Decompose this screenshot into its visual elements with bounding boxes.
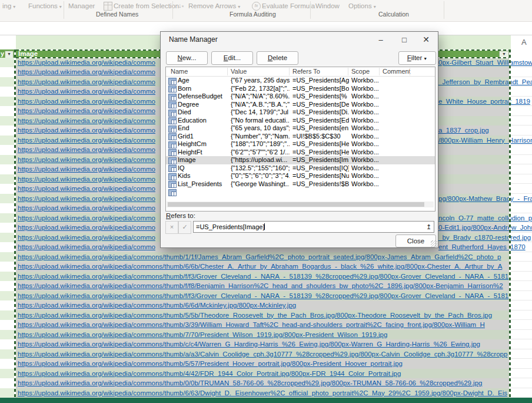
prev-column-cell[interactable]: [0, 320, 14, 330]
resize-grip[interactable]: [431, 240, 437, 247]
column-header-scope[interactable]: Scope: [351, 67, 370, 76]
prev-column-cell[interactable]: [0, 77, 14, 87]
prev-column-cell[interactable]: [0, 300, 14, 310]
prev-column-cell[interactable]: [0, 194, 14, 204]
column-separator[interactable]: [379, 68, 380, 75]
table-row[interactable]: https://upload.wikimedia.org/wikipedia/c…: [0, 320, 532, 330]
ribbon-item-calculation-options[interactable]: Options▾: [348, 2, 376, 10]
prev-column-cell[interactable]: [0, 252, 14, 262]
table-row[interactable]: https://upload.wikimedia.org/wikipedia/c…: [0, 369, 532, 379]
column-header-value[interactable]: Value: [231, 67, 247, 76]
table-row[interactable]: https://upload.wikimedia.org/wikipedia/c…: [0, 378, 532, 388]
column-separator[interactable]: [227, 68, 228, 75]
prev-column-cell[interactable]: [0, 125, 14, 136]
name-manager-row[interactable]: IQ{"132.5";"155";"160";...=US_Presidents…: [166, 164, 435, 173]
ribbon-item-evaluate-formula[interactable]: Evaluate Formula: [262, 2, 315, 10]
table-row[interactable]: https://upload.wikimedia.org/wikipedia/c…: [0, 388, 532, 398]
name-manager-row[interactable]: Degree{"N/A";"A.B.";"B.A.";"...=US_Presi…: [166, 101, 435, 109]
prev-column-cell[interactable]: [0, 97, 14, 107]
table-row[interactable]: https://upload.wikimedia.org/wikipedia/c…: [0, 349, 532, 359]
prev-column-cell[interactable]: [0, 349, 14, 359]
ribbon-item-watch-window[interactable]: Window: [315, 2, 340, 10]
name-manager-row[interactable]: Education{"No formal educati...=US_Presi…: [166, 117, 435, 125]
column-separator[interactable]: [289, 68, 290, 75]
prev-column-cell[interactable]: [0, 203, 14, 213]
name-manager-row[interactable]: Kids{"0";"5";"6";"0";"3";"4...=US_Presid…: [166, 172, 435, 180]
prev-column-cell[interactable]: [0, 291, 14, 301]
ribbon-item-tracing[interactable]: ing▾: [2, 2, 15, 10]
close-icon[interactable]: ✕: [417, 32, 435, 48]
prev-column-cell[interactable]: [0, 164, 14, 174]
column-header-comment[interactable]: Comment: [383, 67, 411, 76]
column-separator[interactable]: [348, 68, 348, 75]
name-manager-row[interactable]: Born{"Feb 22, 1732[a]";"...=US_President…: [166, 85, 435, 93]
column-separator[interactable]: [410, 68, 410, 75]
ribbon-item-name-manager[interactable]: Manager: [68, 2, 95, 10]
minimize-icon[interactable]: –: [372, 32, 390, 48]
prev-column-cell[interactable]: [0, 145, 14, 155]
table-row[interactable]: https://upload.wikimedia.org/wikipedia/c…: [0, 330, 532, 340]
prev-column-cell[interactable]: [0, 155, 14, 165]
column-header-refers-to[interactable]: Refers To: [292, 67, 320, 76]
ribbon-item-create-from-selection[interactable]: Create from Selection: [114, 2, 179, 10]
prev-column-cell[interactable]: [0, 223, 14, 233]
prev-column-cell[interactable]: [0, 369, 14, 379]
prev-column-cell[interactable]: [0, 184, 14, 194]
close-button[interactable]: Close: [395, 234, 436, 247]
table-row[interactable]: https://upload.wikimedia.org/wikipedia/c…: [0, 310, 532, 321]
table-row[interactable]: https://upload.wikimedia.org/wikipedia/c…: [0, 262, 532, 272]
prev-column-cell[interactable]: [0, 378, 14, 388]
table-row[interactable]: https://upload.wikimedia.org/wikipedia/c…: [0, 359, 532, 369]
horizontal-scrollbar[interactable]: [167, 202, 434, 207]
confirm-icon[interactable]: ✓: [178, 221, 191, 234]
table-row[interactable]: https://upload.wikimedia.org/wikipedia/c…: [0, 300, 532, 310]
name-manager-row[interactable]: Image{"https://upload.wi...=US_President…: [166, 156, 435, 164]
prev-column-cell[interactable]: [0, 87, 14, 97]
prev-column-cell[interactable]: [0, 339, 14, 349]
dialog-titlebar[interactable]: Name Manager – □ ✕: [161, 32, 438, 48]
prev-column-cell[interactable]: [0, 359, 14, 369]
table-row[interactable]: https://upload.wikimedia.org/wikipedia/c…: [0, 252, 532, 262]
prev-column-cell[interactable]: [0, 67, 14, 77]
refers-to-input[interactable]: =US_Presidents[Image] ↥: [193, 221, 434, 233]
table-row[interactable]: https://upload.wikimedia.org/wikipedia/c…: [0, 281, 532, 291]
name-manager-row[interactable]: Age{"67 years, 295 days...=US_Presidents…: [166, 77, 435, 85]
prev-column-cell[interactable]: [0, 262, 14, 272]
prev-column-cell[interactable]: [0, 310, 14, 321]
maximize-icon[interactable]: □: [395, 32, 413, 48]
collapse-dialog-icon[interactable]: ↥: [424, 222, 433, 232]
name-manager-row[interactable]: Died{"Dec 14, 1799";"Jul ...=US_Presiden…: [166, 108, 435, 117]
prev-column-cell[interactable]: [0, 174, 14, 184]
ribbon-item-functions[interactable]: Functions▾: [28, 2, 62, 10]
name-manager-row[interactable]: End{"65 years, 10 days";...=US_President…: [166, 124, 435, 133]
prev-column-cell[interactable]: [0, 233, 14, 243]
name-manager-row[interactable]: DefenseBudget{"N/A";"N/A";"8.60%...=US_P…: [166, 93, 435, 101]
scrollbar-thumb[interactable]: [168, 202, 424, 207]
table-row[interactable]: https://upload.wikimedia.org/wikipedia/c…: [0, 291, 532, 301]
name-manager-row[interactable]: HeightCm{"188";"170";"189";"...=US_Presi…: [166, 140, 435, 148]
prev-column-header-cell[interactable]: y ▼: [0, 49, 14, 58]
prev-column-cell[interactable]: [0, 106, 14, 116]
prev-column-cell[interactable]: [0, 136, 14, 146]
prev-column-cell[interactable]: [0, 213, 14, 223]
prev-column-cell[interactable]: [0, 281, 14, 291]
cancel-icon[interactable]: ×: [165, 221, 178, 234]
prev-column-cell[interactable]: [0, 388, 14, 398]
edit-button[interactable]: Edit...: [211, 51, 253, 65]
prev-column-cell[interactable]: [0, 272, 14, 282]
table-row[interactable]: https://upload.wikimedia.org/wikipedia/c…: [0, 272, 532, 282]
prev-column-cell[interactable]: [0, 242, 14, 252]
new-button[interactable]: New...: [166, 51, 208, 65]
column-header-name[interactable]: Name: [171, 67, 188, 76]
prev-column-cell[interactable]: [0, 330, 14, 340]
filter-button[interactable]: Filter▼: [398, 51, 436, 65]
delete-button[interactable]: Delete: [257, 51, 298, 65]
name-manager-row[interactable]: HeightFt{"6'2"";"5'7"";"6'2 1/...=US_Pre…: [166, 148, 435, 157]
table-row[interactable]: https://upload.wikimedia.org/wikipedia/c…: [0, 339, 532, 349]
prev-column-cell[interactable]: [0, 116, 14, 126]
name-manager-row[interactable]: Grid1{"Number","9";"Nam...=UI!$B$5:$C$30…: [166, 133, 435, 141]
name-manager-row[interactable]: [166, 188, 435, 196]
name-manager-row[interactable]: List_Presidents{"George Washingt...=US_P…: [166, 180, 435, 189]
ribbon-item-remove-arrows[interactable]: Remove Arrows▾: [188, 2, 240, 10]
prev-column-cell[interactable]: [0, 58, 14, 68]
